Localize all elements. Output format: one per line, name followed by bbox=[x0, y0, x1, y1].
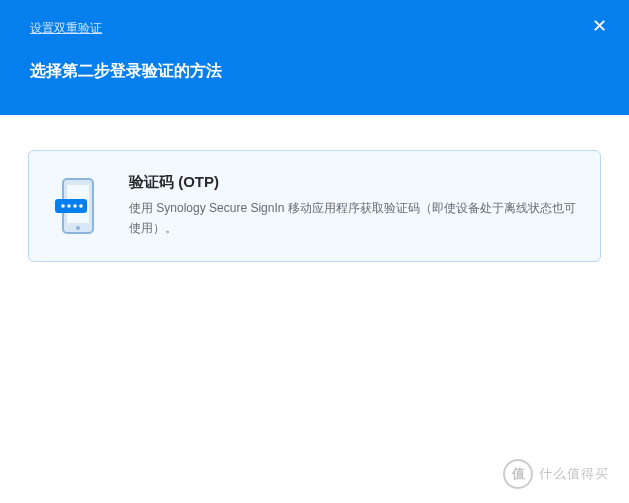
svg-point-2 bbox=[76, 226, 80, 230]
svg-point-7 bbox=[79, 204, 83, 208]
svg-point-4 bbox=[61, 204, 65, 208]
option-title: 验证码 (OTP) bbox=[129, 173, 576, 192]
svg-point-6 bbox=[73, 204, 77, 208]
option-text-wrapper: 验证码 (OTP) 使用 Synology Secure SignIn 移动应用… bbox=[129, 173, 576, 239]
dialog-content: 验证码 (OTP) 使用 Synology Secure SignIn 移动应用… bbox=[0, 115, 629, 297]
dialog-header: 设置双重验证 选择第二步登录验证的方法 ✕ bbox=[0, 0, 629, 115]
breadcrumb-link[interactable]: 设置双重验证 bbox=[30, 20, 102, 37]
watermark-text: 什么值得买 bbox=[539, 465, 609, 483]
phone-otp-icon bbox=[53, 177, 101, 237]
otp-option-card[interactable]: 验证码 (OTP) 使用 Synology Secure SignIn 移动应用… bbox=[28, 150, 601, 262]
watermark: 值 什么值得买 bbox=[503, 459, 609, 489]
option-description: 使用 Synology Secure SignIn 移动应用程序获取验证码（即使… bbox=[129, 198, 576, 239]
svg-point-5 bbox=[67, 204, 71, 208]
watermark-icon: 值 bbox=[503, 459, 533, 489]
dialog-title: 选择第二步登录验证的方法 bbox=[30, 61, 599, 82]
close-button[interactable]: ✕ bbox=[589, 16, 609, 36]
